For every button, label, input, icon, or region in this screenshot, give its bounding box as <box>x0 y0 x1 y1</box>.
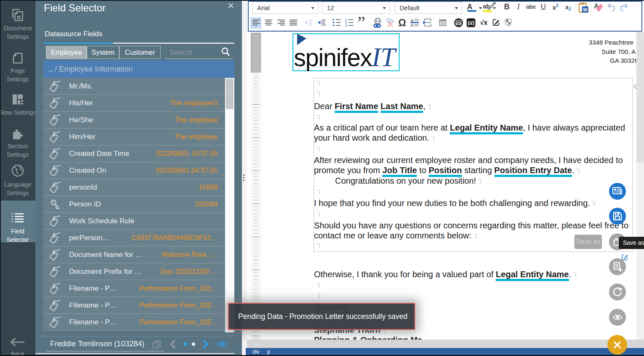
svg-text:W: W <box>583 7 588 12</box>
svg-text:3: 3 <box>345 24 347 27</box>
svg-text:[if]: [if] <box>467 20 475 26</box>
svg-text:2: 2 <box>345 21 347 24</box>
svg-text:A: A <box>411 23 413 27</box>
